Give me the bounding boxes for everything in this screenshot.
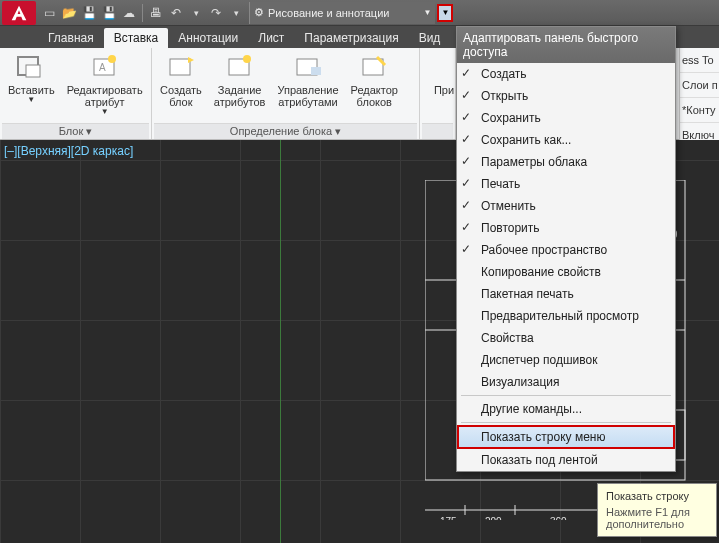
button-label2: атрибутов — [214, 96, 266, 108]
menu-group: ✓Создать✓Открыть✓Сохранить✓Сохранить как… — [457, 63, 675, 471]
check-icon: ✓ — [461, 88, 475, 102]
menu-item-label: Показать под лентой — [481, 453, 598, 467]
insert-button[interactable]: Вставить ▼ — [2, 50, 61, 106]
block-editor-icon — [358, 52, 390, 82]
menu-item-label: Параметры облака — [481, 155, 587, 169]
menu-item[interactable]: Диспетчер подшивок — [457, 349, 675, 371]
panel-title — [422, 123, 453, 139]
redo-dropdown-icon[interactable]: ▾ — [227, 4, 245, 22]
palette-row[interactable]: Слои п — [680, 73, 719, 98]
menu-item[interactable]: ✓Отменить — [457, 195, 675, 217]
menu-item-label: Печать — [481, 177, 520, 191]
cloud-icon[interactable]: ☁ — [120, 4, 138, 22]
menu-item[interactable]: Показать под лентой — [457, 449, 675, 471]
insert-block-icon — [15, 52, 47, 82]
chevron-down-icon: ▼ — [27, 96, 35, 104]
check-icon: ✓ — [461, 220, 475, 234]
menu-item-label: Копирование свойств — [481, 265, 601, 279]
menu-item[interactable]: ✓Сохранить как... — [457, 129, 675, 151]
menu-item-label: Открыть — [481, 89, 528, 103]
menu-item[interactable]: ✓Сохранить — [457, 107, 675, 129]
button-label: Задание — [218, 84, 262, 96]
define-attributes-button[interactable]: Задание атрибутов — [208, 50, 272, 110]
menu-item-label: Сохранить — [481, 111, 541, 125]
tab-insert[interactable]: Вставка — [104, 28, 169, 48]
create-block-icon — [165, 52, 197, 82]
def-attr-icon — [224, 52, 256, 82]
ribbon-panel-block-definition: Создать блок Задание атрибутов Управлени… — [152, 48, 420, 139]
menu-item[interactable]: Показать строку меню — [457, 425, 675, 449]
menu-item-label: Другие команды... — [481, 402, 582, 416]
menu-separator — [461, 395, 671, 396]
menu-item[interactable]: Копирование свойств — [457, 261, 675, 283]
menu-item[interactable]: ✓Параметры облака — [457, 151, 675, 173]
tab-layout[interactable]: Лист — [248, 28, 294, 48]
menu-item[interactable]: ✓Печать — [457, 173, 675, 195]
chevron-down-icon: ▼ — [423, 9, 431, 17]
block-editor-button[interactable]: Редактор блоков — [345, 50, 404, 110]
menu-item-label: Показать строку меню — [481, 430, 605, 444]
print-icon[interactable]: 🖶 — [147, 4, 165, 22]
create-block-button[interactable]: Создать блок — [154, 50, 208, 110]
button-label2: блок — [169, 96, 192, 108]
menu-item-label: Пакетная печать — [481, 287, 574, 301]
viewport-label[interactable]: [–][Верхняя][2D каркас] — [4, 144, 133, 158]
palette-row[interactable]: ess To — [680, 48, 719, 73]
side-palette: ess To Слои п *Конту Включ — [679, 48, 719, 148]
menu-item[interactable]: Визуализация — [457, 371, 675, 393]
check-icon: ✓ — [461, 176, 475, 190]
tab-view[interactable]: Вид — [409, 28, 451, 48]
check-icon: ✓ — [461, 110, 475, 124]
svg-rect-1 — [26, 65, 40, 77]
open-icon[interactable]: 📂 — [60, 4, 78, 22]
button-label: Создать — [160, 84, 202, 96]
gear-icon: ⚙ — [254, 6, 264, 19]
menu-item[interactable]: Пакетная печать — [457, 283, 675, 305]
workspace-selector[interactable]: ⚙ Рисование и аннотации ▼ — [249, 2, 435, 24]
menu-item-label: Сохранить как... — [481, 133, 571, 147]
menu-item[interactable]: Свойства — [457, 327, 675, 349]
tooltip: Показать строку Нажмите F1 для дополните… — [597, 483, 717, 537]
panel-title[interactable]: Блок ▾ — [2, 123, 149, 139]
ribbon-panel-reference: При — [420, 48, 456, 139]
check-icon: ✓ — [461, 132, 475, 146]
menu-item[interactable]: ✓Повторить — [457, 217, 675, 239]
menu-item[interactable]: Предварительный просмотр — [457, 305, 675, 327]
chevron-down-icon: ▼ — [101, 108, 109, 116]
tooltip-title: Показать строку — [606, 490, 708, 502]
save-icon[interactable]: 💾 — [80, 4, 98, 22]
autocad-logo-icon — [8, 2, 30, 24]
separator — [142, 4, 143, 22]
redo-icon[interactable]: ↷ — [207, 4, 225, 22]
saveas-icon[interactable]: 💾 — [100, 4, 118, 22]
button-label2: блоков — [357, 96, 392, 108]
svg-rect-9 — [311, 67, 321, 75]
menu-item[interactable]: ✓Открыть — [457, 85, 675, 107]
tab-home[interactable]: Главная — [38, 28, 104, 48]
edit-attribute-button[interactable]: A Редактировать атрибут ▼ — [61, 50, 149, 118]
tab-annotations[interactable]: Аннотации — [168, 28, 248, 48]
panel-title[interactable]: Определение блока ▾ — [154, 123, 417, 139]
menu-item-label: Свойства — [481, 331, 534, 345]
axis-line — [280, 140, 281, 543]
new-icon[interactable]: ▭ — [40, 4, 58, 22]
menu-item-label: Визуализация — [481, 375, 560, 389]
svg-point-7 — [243, 55, 251, 63]
tab-parametric[interactable]: Параметризация — [294, 28, 408, 48]
svg-text:A: A — [99, 62, 106, 73]
qat-customize-menu: Адаптировать панель быстрого доступа ✓Со… — [456, 26, 676, 472]
quick-access-toolbar: ▭ 📂 💾 💾 ☁ 🖶 ↶ ▾ ↷ ▾ ⚙ Рисование и аннота… — [0, 0, 719, 26]
manage-attributes-button[interactable]: Управление атрибутами — [271, 50, 344, 110]
qat-customize-button[interactable]: ▼ — [437, 4, 453, 22]
menu-item[interactable]: ✓Рабочее пространство — [457, 239, 675, 261]
menu-item[interactable]: ✓Создать — [457, 63, 675, 85]
ribbon-panel-block: Вставить ▼ A Редактировать атрибут ▼ Бло… — [0, 48, 152, 139]
check-icon: ✓ — [461, 154, 475, 168]
tooltip-hint: Нажмите F1 для дополнительно — [606, 506, 708, 530]
palette-row[interactable]: *Конту — [680, 98, 719, 123]
undo-dropdown-icon[interactable]: ▾ — [187, 4, 205, 22]
menu-item[interactable]: Другие команды... — [457, 398, 675, 420]
app-menu-button[interactable] — [2, 1, 36, 25]
undo-icon[interactable]: ↶ — [167, 4, 185, 22]
chevron-down-icon: ▼ — [441, 9, 449, 17]
